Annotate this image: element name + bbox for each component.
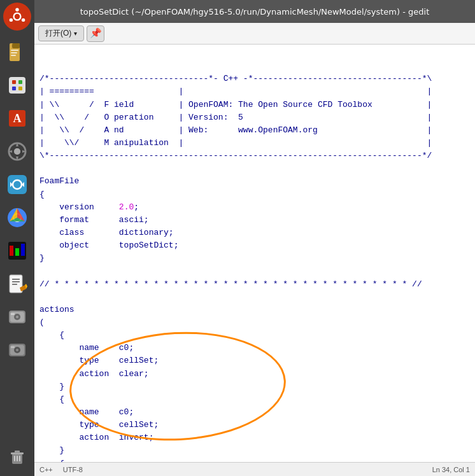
open-arrow: ▾ (74, 30, 77, 37)
window-title: topoSetDict (~/OpenFOAM/hgy516-5.0/run/D… (41, 7, 469, 17)
svg-rect-13 (12, 87, 16, 90)
sidebar: A (0, 0, 34, 476)
svg-point-2 (15, 8, 18, 11)
open-label: 打开(O) (45, 28, 71, 39)
disk-icon[interactable] (2, 302, 32, 332)
titlebar: topoSetDict (~/OpenFOAM/hgy516-5.0/run/D… (34, 0, 475, 23)
sync-icon[interactable] (2, 169, 32, 200)
svg-point-42 (16, 349, 18, 351)
statusbar-encoding: UTF-8 (63, 466, 83, 473)
svg-rect-27 (10, 246, 13, 256)
svg-rect-28 (15, 248, 19, 256)
toolbar: 打开(O) ▾ 📌 (34, 23, 475, 45)
editor-area[interactable]: /*--------------------------------*- C++… (34, 45, 475, 462)
statusbar-position: Ln 34, Col 1 (432, 466, 470, 473)
svg-rect-14 (18, 87, 22, 90)
svg-rect-38 (11, 313, 15, 315)
pin-button[interactable]: 📌 (87, 25, 104, 42)
svg-rect-43 (11, 346, 15, 348)
svg-rect-32 (12, 281, 20, 283)
svg-rect-48 (17, 456, 18, 461)
statusbar: C++ UTF-8 Ln 34, Col 1 (34, 462, 475, 476)
svg-rect-9 (11, 55, 16, 56)
statusbar-lang: C++ (39, 466, 53, 473)
svg-point-4 (10, 18, 13, 22)
chrome-icon[interactable] (2, 202, 32, 233)
svg-rect-49 (19, 456, 20, 461)
pin-icon: 📌 (90, 27, 102, 39)
svg-rect-31 (12, 279, 20, 280)
code-content: /*--------------------------------*- C++… (34, 45, 475, 462)
svg-point-3 (22, 18, 25, 22)
svg-rect-6 (12, 43, 20, 48)
svg-rect-47 (14, 456, 15, 461)
files-icon[interactable] (2, 37, 32, 67)
svg-rect-12 (18, 80, 22, 84)
disk2-icon[interactable] (2, 335, 32, 365)
ubuntu-icon[interactable] (3, 3, 31, 31)
trash-icon[interactable] (2, 442, 32, 472)
settings-icon[interactable] (2, 136, 32, 167)
svg-rect-8 (11, 52, 17, 53)
app-center-icon[interactable] (2, 70, 32, 101)
svg-point-19 (14, 148, 20, 155)
svg-rect-29 (21, 244, 25, 256)
svg-rect-7 (11, 50, 18, 51)
svg-rect-11 (12, 80, 16, 84)
svg-rect-46 (15, 451, 20, 453)
open-button[interactable]: 打开(O) ▾ (38, 25, 84, 41)
gedit-icon[interactable] (2, 269, 32, 299)
svg-text:A: A (13, 112, 22, 125)
package-icon[interactable]: A (2, 103, 32, 134)
svg-point-37 (16, 316, 18, 318)
rviz-icon[interactable] (2, 235, 32, 266)
main-area: topoSetDict (~/OpenFOAM/hgy516-5.0/run/D… (34, 0, 475, 476)
svg-rect-10 (9, 77, 25, 94)
svg-rect-33 (12, 284, 17, 285)
